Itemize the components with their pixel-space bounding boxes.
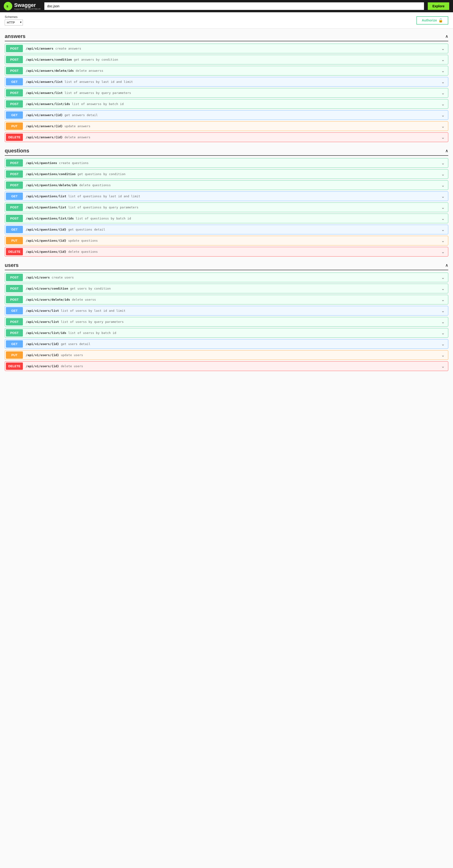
endpoint-row[interactable]: POST/api/v1/answers/list/idslist of answ… xyxy=(5,99,448,109)
method-badge-post: POST xyxy=(6,296,23,303)
chevron-down-icon[interactable]: ⌄ xyxy=(438,238,448,243)
endpoint-path-text: /api/v1/users/list xyxy=(26,320,59,323)
endpoint-desc-text: list of answerss by query parameters xyxy=(65,91,131,95)
endpoint-path-text: /api/v1/answers/{id} xyxy=(26,113,63,117)
endpoint-row[interactable]: POST/api/v1/userscreate users⌄ xyxy=(5,273,448,282)
endpoint-path-text: /api/v1/users xyxy=(26,276,50,279)
endpoint-row[interactable]: POST/api/v1/answers/conditionget answers… xyxy=(5,55,448,64)
endpoint-desc-text: list of questionss by last id and limit xyxy=(68,194,140,198)
chevron-down-icon[interactable]: ⌄ xyxy=(438,135,448,140)
chevron-down-icon[interactable]: ⌄ xyxy=(438,101,448,107)
endpoint-desc-text: get users by condition xyxy=(70,287,111,290)
endpoint-row[interactable]: POST/api/v1/answerscreate answers⌄ xyxy=(5,44,448,53)
endpoint-row[interactable]: POST/api/v1/questionscreate questions⌄ xyxy=(5,158,448,168)
endpoint-path-area: /api/v1/questions/{id}delete questions xyxy=(24,248,438,256)
endpoint-row[interactable]: DELETE/api/v1/answers/{id}delete answers… xyxy=(5,132,448,142)
lock-icon: 🔓 xyxy=(439,18,443,23)
method-badge-post: POST xyxy=(6,204,23,211)
section-collapse-users[interactable]: ∧ xyxy=(445,263,448,268)
endpoint-desc-text: delete questionss xyxy=(79,183,111,187)
chevron-down-icon[interactable]: ⌄ xyxy=(438,216,448,221)
endpoint-row[interactable]: DELETE/api/v1/users/{id}delete users⌄ xyxy=(5,361,448,371)
endpoint-path-area: /api/v1/users/{id}delete users xyxy=(24,362,438,370)
endpoint-path-area: /api/v1/users/conditionget users by cond… xyxy=(24,284,438,292)
endpoint-row[interactable]: POST/api/v1/questions/list/idslist of qu… xyxy=(5,214,448,223)
method-badge-post: POST xyxy=(6,329,23,337)
endpoint-desc-text: create answers xyxy=(55,47,81,50)
chevron-down-icon[interactable]: ⌄ xyxy=(438,331,448,336)
endpoint-path-text: /api/v1/answers/{id} xyxy=(26,124,63,128)
method-badge-get: GET xyxy=(6,307,23,314)
method-badge-post: POST xyxy=(6,170,23,178)
chevron-down-icon[interactable]: ⌄ xyxy=(438,124,448,129)
chevron-down-icon[interactable]: ⌄ xyxy=(438,249,448,254)
endpoint-row[interactable]: POST/api/v1/users/list/idslist of userss… xyxy=(5,328,448,338)
endpoint-row[interactable]: DELETE/api/v1/questions/{id}delete quest… xyxy=(5,247,448,256)
chevron-down-icon[interactable]: ⌄ xyxy=(438,160,448,166)
endpoint-path-text: /api/v1/users/list xyxy=(26,309,59,312)
endpoint-path-text: /api/v1/answers/list/ids xyxy=(26,102,70,106)
endpoint-row[interactable]: POST/api/v1/questions/conditionget quest… xyxy=(5,169,448,179)
chevron-down-icon[interactable]: ⌄ xyxy=(438,90,448,96)
chevron-down-icon[interactable]: ⌄ xyxy=(438,227,448,232)
endpoint-path-area: /api/v1/questions/listlist of questionss… xyxy=(24,203,438,212)
chevron-down-icon[interactable]: ⌄ xyxy=(438,205,448,210)
section-collapse-questions[interactable]: ∧ xyxy=(445,148,448,153)
endpoint-path-text: /api/v1/questions/delete/ids xyxy=(26,183,77,187)
chevron-down-icon[interactable]: ⌄ xyxy=(438,341,448,347)
chevron-down-icon[interactable]: ⌄ xyxy=(438,364,448,369)
section-answers: answers∧POST/api/v1/answerscreate answer… xyxy=(5,33,448,142)
chevron-down-icon[interactable]: ⌄ xyxy=(438,308,448,313)
schemes-label: Schemes xyxy=(5,15,23,19)
endpoint-row[interactable]: GET/api/v1/users/listlist of userss by l… xyxy=(5,306,448,315)
endpoint-row[interactable]: PUT/api/v1/answers/{id}update answers⌄ xyxy=(5,121,448,131)
endpoint-row[interactable]: GET/api/v1/questions/listlist of questio… xyxy=(5,191,448,201)
chevron-down-icon[interactable]: ⌄ xyxy=(438,352,448,358)
endpoint-path-area: /api/v1/users/{id}update users xyxy=(24,351,438,359)
endpoint-row[interactable]: GET/api/v1/questions/{id}get questions d… xyxy=(5,225,448,234)
chevron-down-icon[interactable]: ⌄ xyxy=(438,183,448,188)
chevron-down-icon[interactable]: ⌄ xyxy=(438,79,448,85)
endpoint-row[interactable]: PUT/api/v1/users/{id}update users⌄ xyxy=(5,350,448,360)
chevron-down-icon[interactable]: ⌄ xyxy=(438,46,448,51)
endpoint-row[interactable]: POST/api/v1/answers/listlist of answerss… xyxy=(5,88,448,98)
endpoint-row[interactable]: POST/api/v1/users/conditionget users by … xyxy=(5,284,448,293)
method-badge-post: POST xyxy=(6,56,23,63)
chevron-down-icon[interactable]: ⌄ xyxy=(438,113,448,118)
endpoint-row[interactable]: POST/api/v1/users/listlist of userss by … xyxy=(5,317,448,327)
endpoint-row[interactable]: POST/api/v1/questions/delete/idsdelete q… xyxy=(5,180,448,190)
api-url-input[interactable] xyxy=(44,2,424,10)
scheme-select[interactable]: HTTP HTTPS xyxy=(5,20,23,26)
endpoint-path-area: /api/v1/answers/listlist of answerss by … xyxy=(24,78,438,86)
endpoint-desc-text: create questions xyxy=(59,161,89,165)
endpoint-path-area: /api/v1/users/list/idslist of userss by … xyxy=(24,329,438,337)
endpoint-row[interactable]: GET/api/v1/answers/listlist of answerss … xyxy=(5,77,448,87)
explore-button[interactable]: Explore xyxy=(428,2,449,10)
authorize-button[interactable]: Authorize 🔓 xyxy=(416,16,448,25)
chevron-down-icon[interactable]: ⌄ xyxy=(438,297,448,302)
method-badge-put: PUT xyxy=(6,351,23,359)
endpoint-row[interactable]: PUT/api/v1/questions/{id}update question… xyxy=(5,236,448,245)
chevron-down-icon[interactable]: ⌄ xyxy=(438,286,448,291)
endpoint-path-text: /api/v1/users/{id} xyxy=(26,353,59,357)
chevron-down-icon[interactable]: ⌄ xyxy=(438,194,448,199)
endpoint-row[interactable]: POST/api/v1/users/delete/idsdelete users… xyxy=(5,295,448,304)
chevron-down-icon[interactable]: ⌄ xyxy=(438,57,448,62)
endpoint-desc-text: update answers xyxy=(65,124,91,128)
chevron-down-icon[interactable]: ⌄ xyxy=(438,319,448,324)
method-badge-get: GET xyxy=(6,226,23,233)
endpoint-row[interactable]: GET/api/v1/answers/{id}get answers detai… xyxy=(5,110,448,120)
section-collapse-answers[interactable]: ∧ xyxy=(445,34,448,39)
chevron-down-icon[interactable]: ⌄ xyxy=(438,172,448,177)
endpoint-desc-text: get questions detail xyxy=(68,228,105,231)
chevron-down-icon[interactable]: ⌄ xyxy=(438,275,448,280)
endpoint-row[interactable]: POST/api/v1/answers/delete/idsdelete ans… xyxy=(5,66,448,75)
endpoint-path-text: /api/v1/users/list/ids xyxy=(26,331,66,335)
section-header-answers: answers∧ xyxy=(5,33,448,41)
endpoint-row[interactable]: GET/api/v1/users/{id}get users detail⌄ xyxy=(5,339,448,349)
method-badge-delete: DELETE xyxy=(6,363,23,370)
endpoint-desc-text: delete answers xyxy=(65,135,91,139)
chevron-down-icon[interactable]: ⌄ xyxy=(438,68,448,73)
endpoint-row[interactable]: POST/api/v1/questions/listlist of questi… xyxy=(5,203,448,212)
endpoint-path-area: /api/v1/answers/{id}delete answers xyxy=(24,133,438,142)
